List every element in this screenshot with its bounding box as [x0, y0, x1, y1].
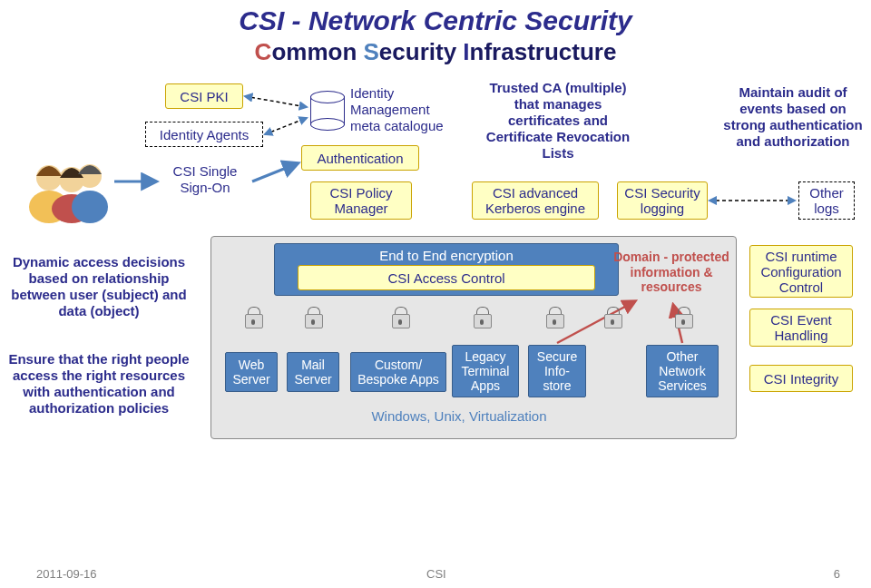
policy-box: CSI Policy Manager [310, 181, 412, 220]
domain-text: Domain - protected information & resourc… [610, 245, 733, 299]
slide: CSI - Network Centric Security Common Se… [0, 0, 871, 588]
access-control-box: CSI Access Control [298, 265, 595, 290]
dynamic-access-text: Dynamic access decisions based on relati… [0, 250, 198, 323]
svg-point-2 [72, 191, 108, 223]
lock-icon [604, 307, 621, 328]
ensure-text: Ensure that the right people access the … [0, 343, 198, 425]
sec-logging-box: CSI Security logging [617, 181, 708, 220]
other-net-box: Other Network Services [646, 345, 719, 397]
auth-box: Authentication [301, 145, 419, 171]
csi-pki-box: CSI PKI [165, 83, 243, 109]
footer-center: CSI [426, 567, 446, 581]
subtitle: Common Security Infrastructure [0, 38, 871, 66]
platform-text: Windows, Unix, Virtualization [341, 408, 577, 424]
sso-text: CSI Single Sign-On [160, 162, 250, 198]
identity-agents-box: Identity Agents [145, 122, 263, 147]
lock-icon [474, 307, 490, 328]
other-logs-box: Other logs [798, 181, 855, 220]
integrity-box: CSI Integrity [749, 365, 853, 392]
custom-apps-box: Custom/ Bespoke Apps [350, 352, 446, 392]
db-icon [310, 91, 345, 131]
idm-text: Identity Management meta catalogue [350, 83, 459, 136]
secure-infostore-box: Secure Info-store [528, 345, 586, 397]
lock-icon [392, 307, 408, 328]
lock-icon [546, 307, 563, 328]
svg-line-7 [252, 163, 298, 181]
web-server-box: Web Server [225, 352, 278, 392]
svg-line-9 [265, 118, 307, 134]
event-handling-box: CSI Event Handling [749, 309, 853, 347]
svg-line-8 [245, 96, 307, 107]
runtime-box: CSI runtime Configuration Control [749, 245, 853, 298]
lock-icon [675, 307, 691, 328]
mail-server-box: Mail Server [287, 352, 339, 392]
lock-icon [245, 307, 261, 328]
people-icon [22, 143, 113, 225]
audit-text: Maintain audit of events based on strong… [719, 76, 867, 158]
footer-date: 2011-09-16 [36, 567, 97, 581]
lock-icon [305, 307, 321, 328]
footer-page: 6 [834, 567, 840, 581]
kerberos-box: CSI advanced Kerberos engine [472, 181, 599, 220]
trusted-ca-text: Trusted CA (multiple) that manages certi… [481, 76, 635, 165]
legacy-apps-box: Legacy Terminal Apps [452, 345, 519, 397]
title: CSI - Network Centric Security [0, 5, 871, 36]
